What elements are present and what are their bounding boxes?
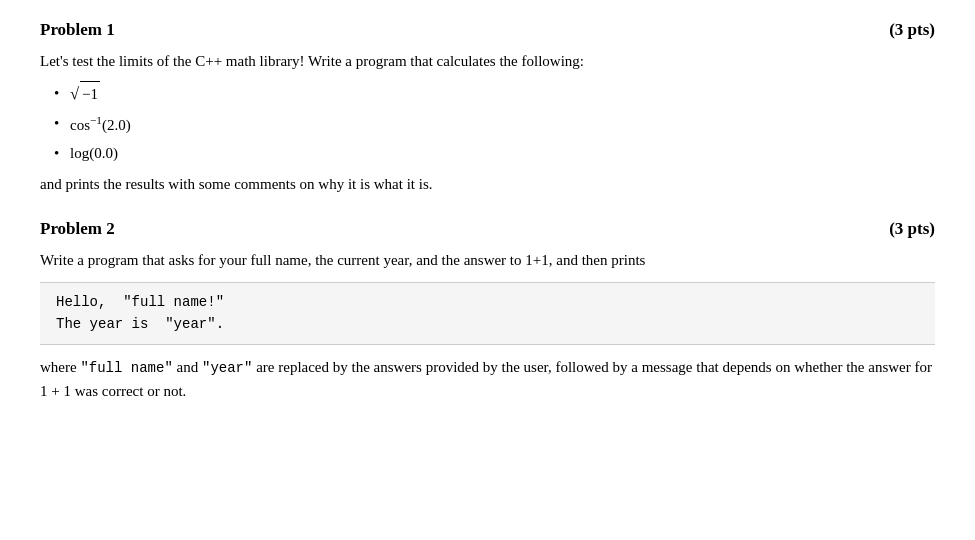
bullet-sqrt: √−1: [70, 81, 935, 107]
problem-1-intro: Let's test the limits of the C++ math li…: [40, 50, 935, 73]
bullet-log: log(0.0): [70, 141, 935, 165]
problem-2-code-block: Hello, "full name!" The year is "year".: [40, 282, 935, 345]
problem-1-closing: and prints the results with some comment…: [40, 173, 935, 196]
cos-expression: cos−1(2.0): [70, 117, 131, 133]
problem-1-header: Problem 1 (3 pts): [40, 20, 935, 42]
problem-1-title: Problem 1: [40, 20, 115, 40]
problem-2-section: Problem 2 (3 pts) Write a program that a…: [40, 219, 935, 403]
bullet-cos: cos−1(2.0): [70, 111, 935, 137]
sqrt-expression: √−1: [70, 81, 100, 107]
log-expression: log(0.0): [70, 145, 118, 161]
inline-code-fullname: "full name": [80, 360, 172, 376]
problem-2-title: Problem 2: [40, 219, 115, 239]
problem-2-header: Problem 2 (3 pts): [40, 219, 935, 241]
problem-2-intro: Write a program that asks for your full …: [40, 249, 935, 272]
problem-1-section: Problem 1 (3 pts) Let's test the limits …: [40, 20, 935, 195]
problem-1-bullet-list: √−1 cos−1(2.0) log(0.0): [70, 81, 935, 165]
code-line-1: Hello, "full name!" The year is "year".: [56, 294, 224, 332]
problem-2-closing: where "full name" and "year" are replace…: [40, 355, 935, 403]
inline-code-year: "year": [202, 360, 252, 376]
problem-2-points: (3 pts): [889, 219, 935, 239]
problem-1-points: (3 pts): [889, 20, 935, 40]
